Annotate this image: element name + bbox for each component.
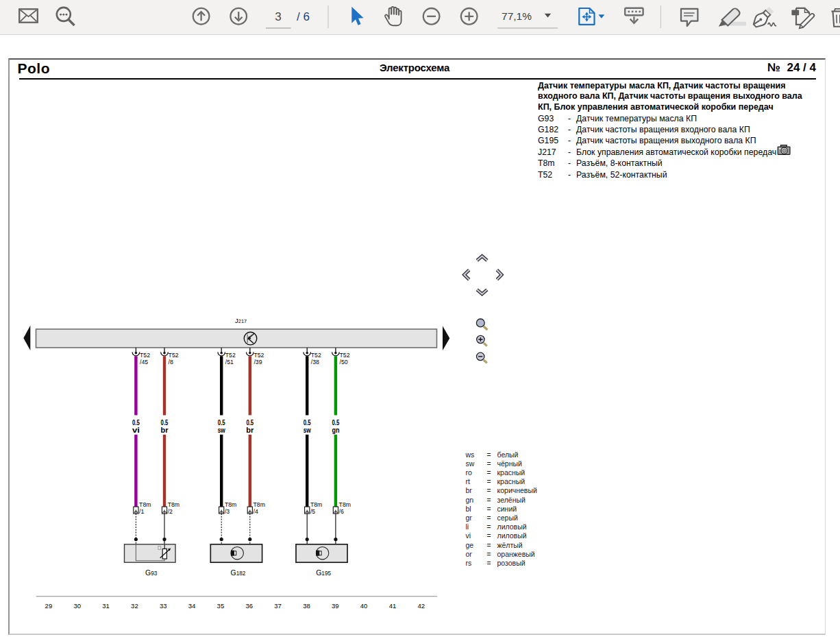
svg-text:0.5: 0.5 xyxy=(218,418,225,426)
svg-text:0.5: 0.5 xyxy=(132,418,140,426)
svg-text:T8m: T8m xyxy=(168,501,180,508)
svg-text:T8m: T8m xyxy=(254,501,265,508)
svg-text:br: br xyxy=(246,426,254,434)
svg-text:36: 36 xyxy=(246,602,254,610)
svg-text:T52: T52 xyxy=(254,352,264,359)
svg-text:35: 35 xyxy=(217,602,225,610)
svg-text:33: 33 xyxy=(160,602,167,610)
svg-text:sw: sw xyxy=(304,426,312,434)
svg-text:/51: /51 xyxy=(225,359,234,365)
svg-text:T8m: T8m xyxy=(310,501,322,508)
svg-text:34: 34 xyxy=(188,602,196,610)
svg-text:0.5: 0.5 xyxy=(304,418,311,426)
svg-text:0.5: 0.5 xyxy=(246,418,254,426)
svg-text:br: br xyxy=(161,426,169,434)
svg-text:J217: J217 xyxy=(235,317,247,324)
svg-text:/6: /6 xyxy=(339,508,344,515)
svg-text:T52: T52 xyxy=(140,352,150,359)
svg-text:gn: gn xyxy=(332,426,339,434)
svg-text:0.5: 0.5 xyxy=(332,418,340,426)
svg-text:/38: /38 xyxy=(311,359,319,365)
svg-text:/39: /39 xyxy=(254,359,262,365)
svg-text:T52: T52 xyxy=(169,352,179,359)
svg-text:/3: /3 xyxy=(225,508,230,515)
svg-text:T8m: T8m xyxy=(339,501,351,508)
svg-text:41: 41 xyxy=(389,602,397,610)
svg-text:G182: G182 xyxy=(231,568,246,577)
svg-text:T52: T52 xyxy=(225,352,236,359)
svg-text:42: 42 xyxy=(418,602,425,610)
svg-text:29: 29 xyxy=(45,602,53,610)
svg-text:/8: /8 xyxy=(169,359,173,365)
svg-text:G195: G195 xyxy=(316,568,331,577)
svg-text:/1: /1 xyxy=(139,508,144,515)
svg-text:T52: T52 xyxy=(340,352,350,359)
svg-text:sw: sw xyxy=(218,426,226,434)
svg-text:/4: /4 xyxy=(254,508,258,515)
svg-text:31: 31 xyxy=(102,602,110,610)
svg-text:/50: /50 xyxy=(340,359,348,365)
svg-text:/5: /5 xyxy=(310,508,315,515)
svg-text:vi: vi xyxy=(132,426,140,434)
svg-text:30: 30 xyxy=(73,602,81,610)
svg-text:/45: /45 xyxy=(140,359,148,365)
svg-text:0.5: 0.5 xyxy=(161,418,169,426)
svg-text:T8m: T8m xyxy=(225,501,236,508)
svg-text:T8m: T8m xyxy=(139,501,151,508)
svg-text:37: 37 xyxy=(274,602,282,610)
svg-text:40: 40 xyxy=(360,602,368,610)
svg-text:38: 38 xyxy=(303,602,310,610)
svg-text:32: 32 xyxy=(131,602,138,610)
svg-text:G93: G93 xyxy=(145,568,158,577)
svg-text:/2: /2 xyxy=(168,508,173,515)
svg-text:39: 39 xyxy=(332,602,339,610)
svg-text:T52: T52 xyxy=(311,352,321,359)
